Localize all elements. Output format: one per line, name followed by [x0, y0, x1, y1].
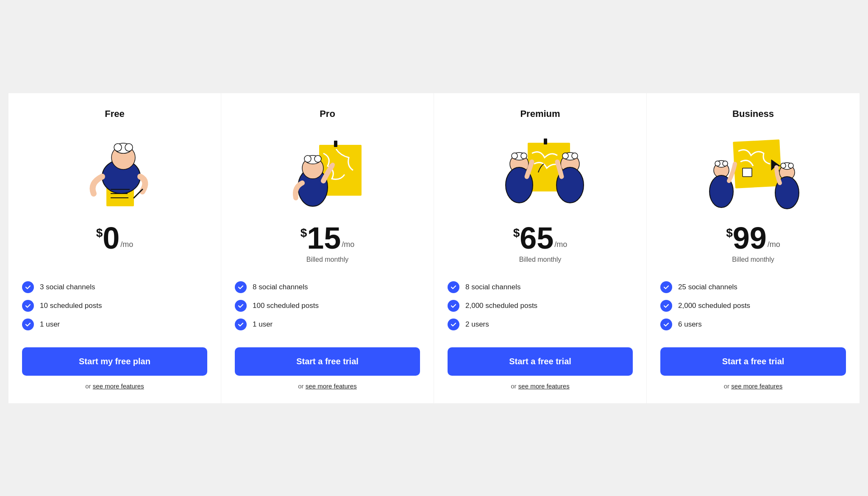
plan-card-pro: Pro $ [221, 93, 434, 403]
feature-text-premium-2: 2 users [465, 320, 489, 329]
price-period-business: /mo [768, 240, 780, 249]
feature-text-premium-0: 8 social channels [465, 283, 520, 291]
feature-text-premium-1: 2,000 scheduled posts [465, 302, 537, 310]
price-period-pro: /mo [342, 240, 354, 249]
plan-illustration-business [707, 128, 800, 213]
plan-card-free: Free $ 0 [8, 93, 221, 403]
cta-button-premium[interactable]: Start a free trial [448, 347, 633, 376]
feature-text-pro-2: 1 user [253, 320, 273, 329]
check-icon-pro-1 [235, 300, 247, 312]
price-amount-business: 99 [733, 223, 767, 253]
plan-title-pro: Pro [320, 108, 335, 119]
svg-rect-11 [334, 141, 337, 147]
price-container-business: $ 99 /mo [726, 223, 780, 253]
feature-item-premium-0: 8 social channels [448, 278, 633, 296]
feature-item-pro-2: 1 user [235, 315, 420, 334]
svg-point-17 [331, 163, 335, 167]
feature-text-free-1: 10 scheduled posts [40, 302, 102, 310]
see-more-free: or see more features [85, 382, 144, 390]
pricing-grid: Free $ 0 [8, 93, 860, 403]
svg-point-35 [723, 161, 728, 166]
check-icon-business-1 [660, 300, 672, 312]
plan-title-free: Free [105, 108, 124, 119]
check-icon-premium-1 [448, 300, 459, 312]
see-more-link-business[interactable]: see more features [731, 382, 782, 390]
svg-point-23 [521, 153, 527, 159]
check-icon-pro-2 [235, 319, 247, 330]
plan-illustration-premium [494, 128, 587, 213]
feature-text-business-2: 6 users [678, 320, 702, 329]
billing-note-business: Billed monthly [732, 256, 774, 266]
features-list-business: 25 social channels 2,000 scheduled posts [660, 278, 846, 334]
check-icon-free-0 [22, 281, 34, 293]
svg-point-27 [562, 153, 568, 159]
price-dollar-premium: $ [513, 226, 520, 240]
features-list-free: 3 social channels 10 scheduled posts [22, 278, 207, 334]
billing-note-pro: Billed monthly [306, 256, 349, 266]
check-icon-premium-0 [448, 281, 459, 293]
price-amount-pro: 15 [307, 223, 341, 253]
check-icon-free-1 [22, 300, 34, 312]
price-amount-free: 0 [103, 223, 120, 253]
plan-title-business: Business [732, 108, 774, 119]
check-icon-premium-2 [448, 319, 459, 330]
plan-title-premium: Premium [520, 108, 560, 119]
svg-point-15 [304, 155, 311, 162]
plan-illustration-free [68, 128, 161, 213]
feature-item-premium-2: 2 users [448, 315, 633, 334]
feature-item-free-2: 1 user [22, 315, 207, 334]
plan-card-premium: Premium [434, 93, 647, 403]
price-period-free: /mo [120, 240, 133, 249]
price-container-pro: $ 15 /mo [300, 223, 355, 253]
svg-point-34 [715, 161, 720, 166]
feature-text-pro-1: 100 scheduled posts [253, 302, 319, 310]
check-icon-business-0 [660, 281, 672, 293]
see-more-premium: or see more features [511, 382, 569, 390]
feature-text-free-2: 1 user [40, 320, 60, 329]
feature-item-business-1: 2,000 scheduled posts [660, 296, 846, 315]
price-dollar-business: $ [726, 226, 733, 240]
check-icon-free-2 [22, 319, 34, 330]
svg-point-28 [572, 153, 578, 159]
feature-item-free-1: 10 scheduled posts [22, 296, 207, 315]
see-more-link-free[interactable]: see more features [93, 382, 144, 390]
plan-card-business: Business [647, 93, 860, 403]
price-amount-premium: 65 [520, 223, 554, 253]
billing-note-premium: Billed monthly [519, 256, 562, 266]
price-container-free: $ 0 /mo [96, 223, 134, 253]
feature-item-business-0: 25 social channels [660, 278, 846, 296]
svg-rect-19 [544, 139, 547, 144]
plan-illustration-pro [281, 128, 374, 213]
svg-point-16 [314, 155, 321, 162]
features-list-premium: 8 social channels 2,000 scheduled posts [448, 278, 633, 334]
feature-text-business-1: 2,000 scheduled posts [678, 302, 750, 310]
check-icon-pro-0 [235, 281, 247, 293]
svg-point-22 [512, 153, 517, 159]
check-icon-business-2 [660, 319, 672, 330]
svg-point-40 [788, 163, 793, 168]
svg-point-4 [114, 144, 122, 151]
cta-button-free[interactable]: Start my free plan [22, 347, 207, 376]
price-period-premium: /mo [554, 240, 567, 249]
svg-point-5 [125, 144, 133, 151]
svg-rect-31 [743, 168, 752, 177]
see-more-pro: or see more features [298, 382, 356, 390]
price-dollar-free: $ [96, 226, 103, 240]
feature-item-business-2: 6 users [660, 315, 846, 334]
feature-item-premium-1: 2,000 scheduled posts [448, 296, 633, 315]
cta-button-business[interactable]: Start a free trial [660, 347, 846, 376]
price-dollar-pro: $ [300, 226, 307, 240]
svg-point-39 [781, 163, 786, 168]
feature-text-free-0: 3 social channels [40, 283, 95, 291]
feature-item-pro-1: 100 scheduled posts [235, 296, 420, 315]
cta-button-pro[interactable]: Start a free trial [235, 347, 420, 376]
see-more-link-pro[interactable]: see more features [306, 382, 357, 390]
feature-item-pro-0: 8 social channels [235, 278, 420, 296]
feature-text-pro-0: 8 social channels [253, 283, 308, 291]
price-container-premium: $ 65 /mo [513, 223, 568, 253]
see-more-business: or see more features [724, 382, 782, 390]
feature-item-free-0: 3 social channels [22, 278, 207, 296]
see-more-link-premium[interactable]: see more features [518, 382, 570, 390]
features-list-pro: 8 social channels 100 scheduled posts [235, 278, 420, 334]
feature-text-business-0: 25 social channels [678, 283, 737, 291]
